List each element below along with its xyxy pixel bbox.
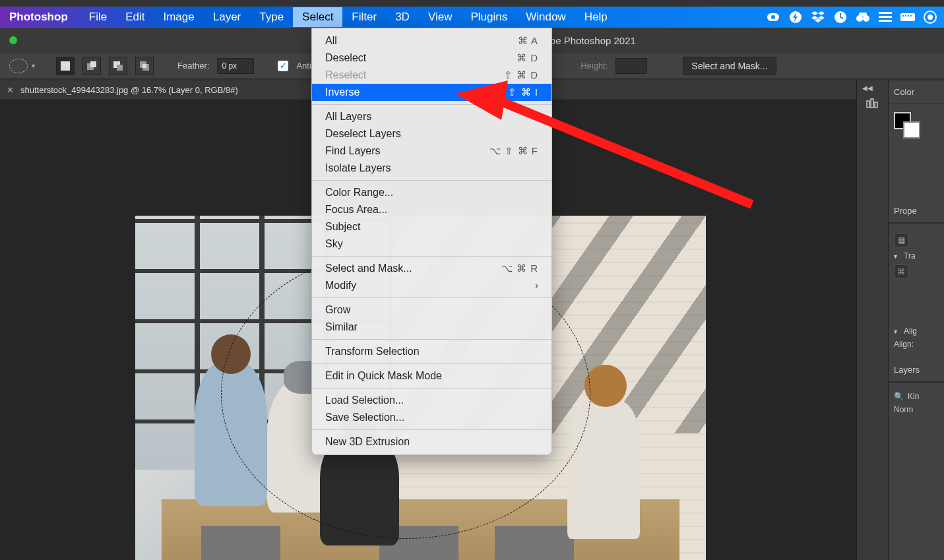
svg-point-1 (771, 15, 775, 19)
tool-preset-dropdown-icon[interactable]: ▾ (32, 62, 35, 69)
color-swatches[interactable] (894, 112, 920, 139)
menu-icon[interactable] (878, 10, 893, 24)
svg-point-16 (928, 15, 933, 20)
menu-item-isolate-layers[interactable]: Isolate Layers (312, 160, 551, 177)
menu-3d[interactable]: 3D (386, 7, 419, 27)
menu-plugins[interactable]: Plugins (461, 7, 517, 27)
right-panel-column: ◀◀ Color Prope ▦ ▾Tra ⌘ ▾Alig Align: Lay… (856, 80, 944, 560)
background-color-swatch[interactable] (903, 121, 920, 139)
clock-icon[interactable] (833, 10, 848, 24)
panel-stack: Color Prope ▦ ▾Tra ⌘ ▾Alig Align: Layers… (889, 80, 944, 560)
menu-item-focus-area[interactable]: Focus Area... (312, 201, 551, 218)
menu-file[interactable]: File (80, 7, 116, 27)
menu-item-inverse[interactable]: Inverse⇧ ⌘ I (312, 84, 551, 101)
svg-rect-7 (879, 12, 892, 14)
feather-input[interactable] (217, 58, 254, 74)
align-section-label[interactable]: Alig (904, 327, 917, 336)
svg-rect-8 (879, 16, 892, 18)
select-and-mask-button[interactable]: Select and Mask... (683, 57, 776, 75)
blend-mode-label[interactable]: Norm (894, 405, 913, 414)
chevron-down-icon[interactable]: ▾ (894, 253, 897, 260)
menu-window[interactable]: Window (517, 7, 575, 27)
panel-properties[interactable]: Prope (889, 199, 944, 223)
status-icons (766, 10, 937, 24)
svg-rect-11 (902, 15, 904, 16)
panel-layers[interactable]: Layers (889, 358, 944, 382)
pixel-layer-icon: ▦ (894, 233, 908, 247)
panel-color[interactable]: Color (889, 80, 944, 104)
menu-help[interactable]: Help (575, 7, 617, 27)
menu-view[interactable]: View (419, 7, 462, 27)
select-menu-dropdown: All⌘ A Deselect⌘ D Reselect⇧ ⌘ D Inverse… (311, 28, 552, 455)
layer-kind-label[interactable]: Kin (908, 392, 919, 401)
keyboard-icon[interactable] (900, 10, 915, 24)
close-tab-icon[interactable]: ✕ (7, 85, 14, 95)
zoom-icon[interactable] (766, 10, 780, 24)
bolt-icon[interactable] (788, 10, 803, 24)
menu-item-deselect[interactable]: Deselect⌘ D (312, 49, 551, 67)
menu-item-all[interactable]: All⌘ A (312, 32, 551, 49)
svg-rect-19 (90, 61, 96, 67)
layer-filter-kind-icon[interactable]: 🔍 (894, 392, 904, 401)
menu-image[interactable]: Image (154, 7, 203, 27)
menu-item-save-selection[interactable]: Save Selection... (312, 409, 551, 426)
binoculars-icon[interactable] (856, 10, 870, 24)
menu-layer[interactable]: Layer (204, 7, 251, 27)
menu-item-sky[interactable]: Sky (312, 235, 551, 253)
selection-intersect-icon[interactable] (135, 57, 154, 75)
menu-type[interactable]: Type (250, 7, 293, 27)
menu-item-reselect: Reselect⇧ ⌘ D (312, 67, 551, 84)
menu-item-modify[interactable]: Modify› (312, 277, 551, 294)
menu-item-find-layers[interactable]: Find Layers⌥ ⇧ ⌘ F (312, 142, 551, 160)
svg-rect-12 (905, 15, 906, 16)
dock-icon-slot[interactable] (864, 96, 882, 111)
svg-rect-17 (61, 61, 70, 71)
menu-item-subject[interactable]: Subject (312, 218, 551, 235)
mac-menubar: Photoshop File Edit Image Layer Type Sel… (0, 7, 944, 28)
menu-item-color-range[interactable]: Color Range... (312, 184, 551, 201)
menu-item-all-layers[interactable]: All Layers (312, 108, 551, 125)
menu-edit[interactable]: Edit (116, 7, 154, 27)
dropbox-icon[interactable] (811, 10, 825, 24)
image-region-laptop (495, 526, 574, 560)
antialias-checkbox[interactable]: ✓ (278, 61, 288, 71)
svg-rect-26 (871, 99, 873, 108)
menu-select[interactable]: Select (293, 7, 342, 27)
traffic-green[interactable] (9, 36, 17, 44)
selection-add-icon[interactable] (82, 57, 101, 75)
panel-dock: ◀◀ (857, 80, 889, 560)
svg-rect-6 (859, 13, 867, 16)
menu-item-similar[interactable]: Similar (312, 319, 551, 336)
svg-rect-9 (879, 20, 892, 22)
traffic-lights[interactable] (9, 36, 17, 44)
svg-rect-27 (875, 102, 877, 108)
svg-rect-25 (867, 101, 869, 108)
menu-item-new-3d-extrusion[interactable]: New 3D Extrusion (312, 433, 551, 451)
selection-subtract-icon[interactable] (109, 57, 127, 75)
chevron-right-icon: › (535, 280, 538, 292)
transform-section-label[interactable]: Tra (904, 251, 916, 261)
svg-rect-13 (908, 15, 909, 16)
height-input[interactable] (615, 58, 647, 74)
marquee-tool-icon[interactable] (9, 59, 28, 73)
document-tab-name[interactable]: shutterstock_499443283.jpg @ 16.7% (Laye… (20, 85, 238, 95)
selection-new-icon[interactable] (56, 57, 75, 75)
menu-filter[interactable]: Filter (342, 7, 386, 27)
menu-item-select-and-mask[interactable]: Select and Mask...⌥ ⌘ R (312, 260, 551, 277)
svg-rect-21 (117, 65, 123, 71)
svg-rect-10 (900, 13, 915, 21)
menu-item-grow[interactable]: Grow (312, 301, 551, 319)
menu-item-load-selection[interactable]: Load Selection... (312, 392, 551, 409)
link-icon[interactable]: ⌘ (894, 264, 908, 279)
chevron-down-icon[interactable]: ▾ (894, 328, 897, 335)
menu-item-transform-selection[interactable]: Transform Selection (312, 343, 551, 360)
svg-rect-14 (910, 15, 912, 16)
menu-item-deselect-layers[interactable]: Deselect Layers (312, 125, 551, 142)
app-name: Photoshop (9, 11, 68, 24)
height-label: Height: (581, 61, 608, 71)
onepass-icon[interactable] (923, 10, 937, 24)
collapse-chevron-icon[interactable]: ◀◀ (862, 84, 873, 92)
menu-item-quick-mask[interactable]: Edit in Quick Mask Mode (312, 367, 551, 385)
image-region-person-head (584, 365, 627, 407)
svg-rect-24 (142, 64, 146, 68)
